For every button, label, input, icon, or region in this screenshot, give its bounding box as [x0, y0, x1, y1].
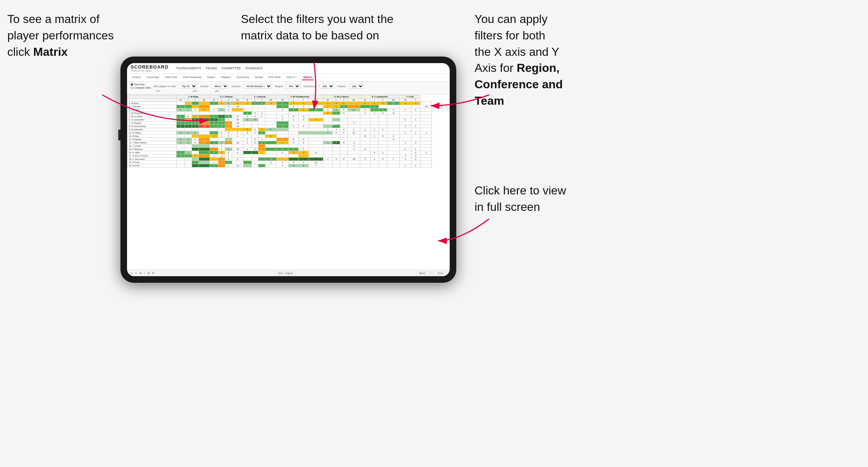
matrix-container[interactable]: 1. W Ding 2. L Clanton 3. J Koivun 4. M …	[127, 95, 450, 270]
tool2-icon[interactable]: □	[144, 272, 145, 274]
matrix-cell: 0	[289, 141, 299, 144]
matrix-cell: 3	[360, 158, 370, 161]
matrix-cell: 13	[308, 161, 323, 164]
undo-icon[interactable]: ↩	[131, 272, 133, 275]
matrix-cell: 1	[299, 148, 308, 151]
matrix-cell	[360, 125, 370, 128]
matrix-cell: 1	[360, 112, 370, 115]
matrix-cell: 1	[210, 154, 218, 158]
share-btn[interactable]: Share	[435, 271, 446, 275]
tab-players[interactable]: Players	[220, 75, 233, 80]
matrix-cell	[333, 154, 340, 158]
matrix-cell	[347, 125, 360, 128]
matrix-cell	[185, 144, 192, 148]
tab-h2h-grid[interactable]: H2H Grid	[164, 75, 178, 80]
nav-committee[interactable]: COMMITTEE	[221, 66, 241, 71]
matrix-cell	[185, 102, 192, 105]
matrix-cell	[323, 164, 333, 167]
matrix-cell	[360, 138, 370, 141]
filter-row-1: Full View Compact View Max players in vi…	[131, 83, 446, 89]
matrix-cell: 4	[276, 148, 288, 151]
nav-tournaments[interactable]: TOURNAMENTS	[176, 66, 201, 71]
redo-icon[interactable]: ↪	[135, 272, 137, 275]
matrix-cell	[340, 121, 348, 125]
matrix-cell	[420, 128, 432, 131]
nav-rankings[interactable]: RANKINGS	[245, 66, 262, 71]
matrix-cell: 1	[276, 161, 288, 164]
matrix-cell: 1	[192, 131, 199, 135]
matrix-cell	[192, 164, 199, 167]
region-select[interactable]: N/A	[286, 84, 300, 89]
matrix-cell	[340, 151, 348, 154]
matrix-cell	[323, 144, 333, 148]
watch-btn[interactable]: Watch	[416, 271, 428, 275]
matrix-cell	[400, 121, 411, 125]
tab-summary2[interactable]: Summary	[235, 75, 250, 80]
matrix-cell: 1	[400, 141, 411, 144]
matrix-cell: 1	[289, 148, 299, 151]
tab-h2h-grid2[interactable]: H2H Grid	[267, 75, 282, 80]
max-players-select[interactable]: Top 25	[179, 84, 197, 89]
matrix-cell	[420, 138, 432, 141]
matrix-cell	[299, 154, 308, 158]
matrix-cell: 0	[218, 125, 225, 128]
tab-matrix[interactable]: Matrix	[206, 75, 217, 80]
matrix-cell	[258, 121, 265, 125]
nav-teams[interactable]: TEAMS	[206, 66, 217, 71]
matrix-cell: 11	[232, 102, 243, 105]
fullscreen-icon[interactable]: ⛶	[430, 272, 433, 274]
view-original-btn[interactable]: View: Original	[275, 271, 295, 275]
matrix-cell	[289, 158, 299, 161]
matrix-cell	[370, 121, 379, 125]
col-lclanton: 2. L Clanton	[210, 95, 243, 99]
matrix-cell	[379, 131, 387, 135]
table-row: 4. M Thorbjornsen100100110-6	[127, 112, 450, 115]
tab-matrix-active[interactable]: Matrix	[302, 75, 314, 80]
matrix-cell	[276, 128, 288, 131]
matrix-cell: 0	[379, 135, 387, 138]
matrix-cell	[323, 135, 333, 138]
matrix-cell	[340, 148, 348, 151]
matrix-cell	[232, 128, 243, 131]
division-select[interactable]: NCAA Division I	[243, 84, 272, 89]
tool1-icon[interactable]: ⊕	[139, 272, 142, 275]
matrix-cell	[387, 125, 400, 128]
matrix-cell	[289, 121, 299, 125]
matrix-cell: 1	[411, 164, 420, 167]
tab-h2hh[interactable]: H2H H...	[285, 75, 299, 80]
tab-summary[interactable]: Summary	[145, 75, 161, 80]
matrix-cell	[323, 148, 333, 151]
matrix-cell: 0	[225, 105, 232, 108]
matrix-cell: 4	[400, 158, 411, 161]
matrix-cell: -6	[232, 115, 243, 118]
matrix-cell	[299, 158, 308, 161]
matrix-cell: -6	[199, 138, 210, 141]
matrix-cell: 2	[411, 125, 420, 128]
matrix-cell	[225, 112, 232, 115]
matrix-cell: 0	[289, 115, 299, 118]
table-row: 3. J Koivun11020100101304011010312	[127, 108, 450, 112]
matrix-cell	[360, 105, 370, 108]
tool3-icon[interactable]: ⊞	[147, 272, 150, 275]
matrix-cell: 1	[400, 108, 411, 112]
sub-d5: Dif	[347, 99, 360, 102]
conference-select[interactable]: (All)	[319, 84, 334, 89]
tab-h2h-heatmap[interactable]: H2H Heatmap	[181, 75, 203, 80]
matrix-cell: 1	[210, 158, 218, 161]
full-view-option[interactable]: Full View	[131, 83, 151, 86]
matrix-cell	[308, 112, 323, 115]
matrix-cell	[258, 118, 265, 121]
gender-select[interactable]: Men's	[211, 84, 228, 89]
matrix-cell	[265, 164, 277, 167]
settings-icon[interactable]: ⚙	[152, 272, 154, 275]
players-select[interactable]: (All)	[349, 84, 364, 89]
matrix-cell: -3	[199, 141, 210, 144]
matrix-cell	[387, 154, 400, 158]
tab-detail[interactable]: Detail	[254, 75, 264, 80]
tab-teams[interactable]: Teams	[131, 75, 142, 80]
matrix-cell: 0	[289, 138, 299, 141]
compact-view-option[interactable]: Compact View	[131, 86, 151, 89]
matrix-cell: 2	[199, 108, 210, 112]
matrix-cell: 1	[232, 135, 243, 138]
matrix-cell: 1	[185, 151, 192, 154]
